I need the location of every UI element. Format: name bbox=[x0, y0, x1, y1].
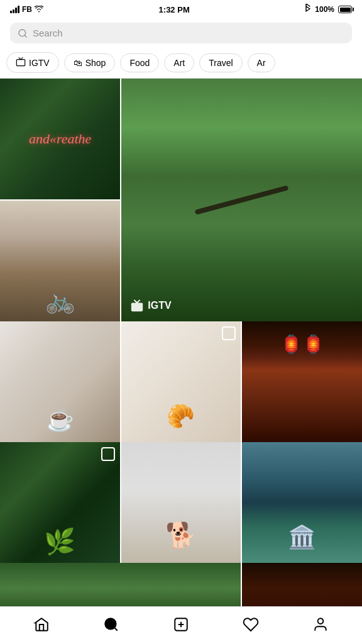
tab-igtv-label: IGTV bbox=[29, 58, 50, 68]
grid-item-dog[interactable] bbox=[121, 442, 241, 563]
grid-item-croissant[interactable] bbox=[121, 321, 241, 442]
svg-point-4 bbox=[105, 618, 116, 629]
photo-grid: IGTV bbox=[0, 79, 362, 626]
tab-arch-label: Ar bbox=[257, 58, 266, 68]
search-input-wrap[interactable]: Search bbox=[10, 23, 352, 43]
grid-item-bicycle[interactable] bbox=[0, 201, 120, 321]
tab-food-label: Food bbox=[129, 58, 150, 68]
grid-item-coffee[interactable] bbox=[0, 321, 120, 442]
tab-food[interactable]: Food bbox=[120, 53, 159, 72]
profile-icon bbox=[312, 616, 329, 635]
igtv-tab-icon bbox=[16, 57, 26, 69]
add-icon bbox=[173, 616, 189, 635]
status-left: FB bbox=[10, 5, 43, 14]
tab-shop[interactable]: 🛍 Shop bbox=[64, 53, 116, 72]
time-display: 1:32 PM bbox=[159, 5, 190, 14]
bottom-nav bbox=[0, 606, 362, 644]
tab-travel[interactable]: Travel bbox=[199, 53, 242, 72]
igtv-text-label: IGTV bbox=[148, 300, 171, 311]
select-icon-2[interactable] bbox=[101, 447, 115, 461]
nav-activity[interactable] bbox=[233, 611, 269, 640]
wifi-icon bbox=[35, 6, 43, 14]
igtv-overlay-label: IGTV bbox=[130, 299, 171, 313]
status-right: 100% bbox=[305, 4, 352, 16]
nav-add[interactable] bbox=[163, 611, 199, 640]
tab-travel-label: Travel bbox=[209, 58, 233, 68]
hero-left-col bbox=[0, 79, 120, 321]
grid-item-and-breathe[interactable] bbox=[0, 79, 120, 199]
search-placeholder: Search bbox=[33, 28, 63, 38]
grid-item-aerial-building[interactable] bbox=[242, 442, 362, 563]
battery-icon bbox=[338, 6, 352, 13]
signal-icon bbox=[10, 6, 19, 13]
grid-item-aerial-forest[interactable]: IGTV bbox=[121, 79, 362, 321]
grid-item-plant[interactable] bbox=[0, 442, 120, 563]
heart-icon bbox=[243, 616, 259, 635]
tab-art-label: Art bbox=[173, 58, 185, 68]
search-nav-icon bbox=[103, 616, 119, 635]
nav-search[interactable] bbox=[93, 611, 129, 640]
status-bar: FB 1:32 PM 100% bbox=[0, 0, 362, 19]
category-tabs: IGTV 🛍 Shop Food Art Travel Ar bbox=[0, 47, 362, 79]
bluetooth-icon bbox=[305, 4, 311, 16]
tab-art[interactable]: Art bbox=[164, 53, 194, 72]
select-icon[interactable] bbox=[222, 326, 236, 340]
svg-rect-2 bbox=[16, 60, 25, 66]
row-2 bbox=[0, 321, 362, 442]
row-3 bbox=[0, 442, 362, 563]
carrier-label: FB bbox=[22, 5, 32, 14]
hero-row: IGTV bbox=[0, 79, 362, 321]
nav-profile[interactable] bbox=[302, 611, 339, 640]
search-icon bbox=[18, 28, 28, 38]
tab-arch[interactable]: Ar bbox=[248, 53, 275, 72]
tab-igtv[interactable]: IGTV bbox=[6, 52, 59, 73]
shop-tab-icon: 🛍 bbox=[74, 58, 82, 68]
home-icon bbox=[33, 616, 50, 635]
svg-line-5 bbox=[114, 628, 118, 631]
svg-line-1 bbox=[25, 35, 26, 37]
search-bar[interactable]: Search bbox=[0, 19, 362, 47]
svg-point-9 bbox=[318, 618, 324, 624]
svg-rect-3 bbox=[131, 303, 143, 311]
grid-item-night-market[interactable] bbox=[242, 321, 362, 442]
battery-percent: 100% bbox=[315, 5, 334, 14]
nav-home[interactable] bbox=[23, 611, 60, 640]
tab-shop-label: Shop bbox=[85, 58, 106, 68]
